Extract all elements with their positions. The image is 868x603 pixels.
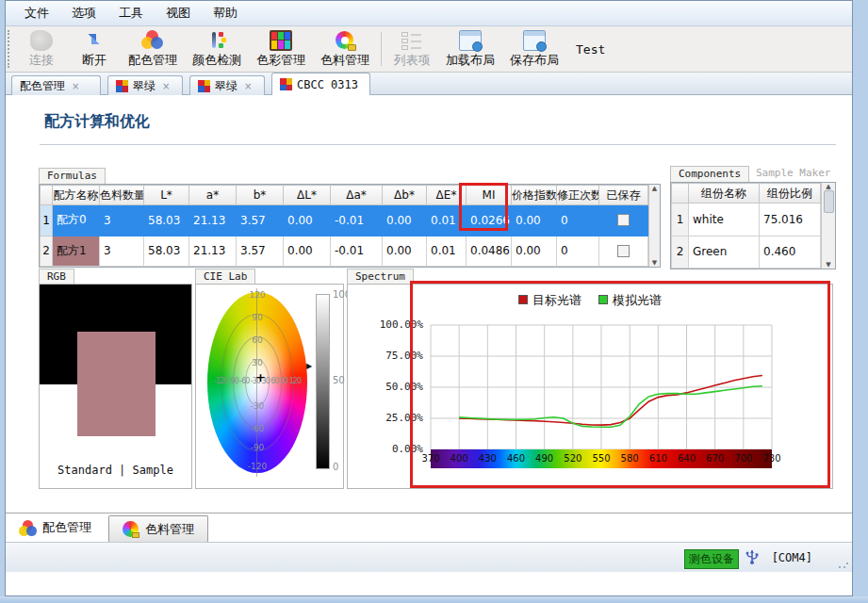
- menu-file[interactable]: 文件: [13, 1, 60, 25]
- formula-row-1[interactable]: 2 配方1 3 58.03 21.13 3.57 0.00 -0.01 0.00…: [41, 236, 648, 266]
- lab-axis-label: -90: [196, 443, 319, 452]
- load-layout-button[interactable]: 加载布局: [438, 26, 502, 72]
- bottom-tab-colorant-manage[interactable]: 色料管理: [108, 515, 208, 542]
- tab-cbcc-0313[interactable]: CBCC 0313: [271, 73, 370, 95]
- toolbar-grip[interactable]: [8, 30, 13, 68]
- scroll-up-icon[interactable]: ▲: [652, 185, 657, 192]
- scroll-up-icon[interactable]: ▲: [826, 183, 830, 190]
- tab-cuilv-1[interactable]: 翠绿 ×: [107, 75, 183, 95]
- components-header-row: 组份名称 组份比例: [672, 184, 821, 204]
- formulas-header-row: 配方名称 色料数量 L* a* b* ΔL* Δa* Δb* ΔE* MI 价格…: [41, 186, 648, 205]
- color-match-icon: [141, 30, 164, 51]
- formula-row-0[interactable]: 1 配方0 3 58.03 21.13 3.57 0.00 -0.01 0.00…: [41, 205, 648, 236]
- col-header-dE[interactable]: ΔE*: [427, 186, 467, 205]
- wavelength-tick: 580: [621, 453, 639, 464]
- disconnect-button[interactable]: 断开: [68, 26, 121, 72]
- row-number: 2: [41, 236, 53, 266]
- component-row-1[interactable]: 2 Green 0.460: [672, 236, 821, 268]
- formula-name-cell: 配方1: [53, 236, 100, 266]
- color-match-label: 配色管理: [128, 52, 177, 69]
- menu-help[interactable]: 帮助: [202, 1, 249, 25]
- status-bar: 测色设备 [COM4]: [6, 542, 852, 572]
- menu-view[interactable]: 视图: [155, 1, 202, 25]
- col-header-da[interactable]: Δa*: [331, 186, 383, 205]
- connect-button[interactable]: 连接: [15, 26, 68, 72]
- list-items-button[interactable]: 列表项: [385, 26, 438, 72]
- tab-cuilv-2[interactable]: 翠绿 ×: [189, 75, 265, 95]
- cell-colorant-count: 3: [100, 236, 144, 266]
- cell-da: -0.01: [331, 205, 383, 236]
- scroll-down-icon[interactable]: ▼: [652, 259, 657, 267]
- cell-L: 58.03: [144, 236, 189, 266]
- toolbar: 连接 断开 配色管理 颜色检测 色彩管理 色料管理 列表项 加载布局: [6, 26, 852, 73]
- close-icon[interactable]: ×: [72, 81, 79, 91]
- sample-maker-panel-tab[interactable]: Sample Maker: [748, 166, 838, 182]
- tab-color-match[interactable]: 配色管理 ×: [11, 75, 101, 95]
- cielab-panel-tab[interactable]: CIE Lab: [195, 269, 255, 285]
- bottom-tab-color-match[interactable]: 配色管理: [6, 513, 105, 542]
- cell-colorant-count: 3: [100, 205, 144, 236]
- saved-checkbox[interactable]: [617, 245, 630, 257]
- col-header-price-index[interactable]: 价格指数: [512, 186, 557, 205]
- formulas-panel-tab[interactable]: Formulas: [39, 168, 106, 184]
- close-icon[interactable]: ×: [162, 81, 170, 91]
- colorant-manage-label: 色料管理: [320, 52, 369, 69]
- colorant-manage-icon: [334, 30, 356, 51]
- colorant-manage-button[interactable]: 色料管理: [313, 26, 377, 72]
- col-header-a[interactable]: a*: [189, 186, 237, 205]
- menu-options[interactable]: 选项: [60, 1, 107, 25]
- color-detect-button[interactable]: 颜色检测: [185, 26, 249, 72]
- component-ratio-cell: 75.016: [760, 204, 821, 236]
- col-header-L[interactable]: L*: [144, 186, 189, 205]
- lightness-bar[interactable]: [316, 294, 330, 469]
- col-header-name[interactable]: 配方名称: [53, 186, 100, 205]
- components-panel-tab[interactable]: Components: [670, 166, 749, 182]
- lab-sample-marker: +: [255, 370, 266, 384]
- color-match-manage-button[interactable]: 配色管理: [121, 26, 185, 72]
- cell-db: 0.00: [383, 236, 427, 266]
- com-port-label: [COM4]: [772, 551, 812, 564]
- cell-MI: 0.0486: [467, 236, 512, 266]
- col-header-component-name[interactable]: 组份名称: [689, 184, 760, 204]
- tab-label: 翠绿: [215, 78, 237, 94]
- component-row-0[interactable]: 1 white 75.016: [672, 204, 821, 236]
- col-header-component-ratio[interactable]: 组份比例: [760, 184, 821, 204]
- sample-color-swatch: [77, 332, 156, 436]
- formulas-scrollbar[interactable]: ▲▼: [648, 185, 660, 267]
- components-scrollbar[interactable]: ▲▼: [821, 183, 835, 269]
- rgb-panel-tab[interactable]: RGB: [39, 269, 74, 285]
- col-header-saved[interactable]: 已保存: [599, 186, 648, 205]
- col-header-db[interactable]: Δb*: [383, 186, 427, 205]
- close-icon[interactable]: ×: [244, 81, 252, 91]
- col-header-correction-count[interactable]: 修正次数: [557, 186, 599, 205]
- cielab-panel: 120 90 60 30 -30 -60 -90 -120 -120 -90 -…: [195, 284, 344, 489]
- col-header-b[interactable]: b*: [237, 186, 284, 205]
- wavelength-tick: 490: [535, 453, 553, 464]
- col-header-colorant-count[interactable]: 色料数量: [100, 186, 144, 205]
- cell-dE: 0.01: [427, 205, 467, 236]
- document-tab-strip: 配色管理 × 翠绿 × 翠绿 × CBCC 0313: [6, 73, 852, 95]
- color-manage-button[interactable]: 色彩管理: [249, 26, 313, 72]
- row-number: 2: [672, 236, 689, 268]
- col-header-dL[interactable]: ΔL*: [284, 186, 331, 205]
- cell-b: 3.57: [237, 205, 284, 236]
- device-status-badge: 测色设备: [684, 549, 739, 569]
- cell-dE: 0.01: [427, 236, 467, 266]
- resize-grip[interactable]: [838, 558, 849, 569]
- usb-icon: [745, 548, 760, 565]
- components-table: 组份名称 组份比例 1 white 75.016 2 Green 0.460 ▲…: [670, 182, 836, 269]
- wavelength-tick: 670: [706, 453, 724, 464]
- saved-checkbox[interactable]: [617, 214, 630, 226]
- bottom-tab-label: 色料管理: [145, 521, 194, 538]
- colorant-manage-icon: [123, 521, 139, 537]
- corner-header: [672, 184, 689, 204]
- tab-label: CBCC 0313: [297, 78, 358, 91]
- load-layout-label: 加载布局: [446, 52, 495, 69]
- menu-tools[interactable]: 工具: [107, 1, 155, 25]
- scroll-down-icon[interactable]: ▼: [826, 261, 830, 269]
- save-layout-button[interactable]: 保存布局: [502, 26, 566, 72]
- list-items-label: 列表项: [394, 52, 431, 69]
- scroll-thumb[interactable]: [824, 190, 834, 213]
- col-header-MI[interactable]: MI: [467, 186, 512, 205]
- spectrum-panel-tab[interactable]: Spectrum: [347, 269, 414, 285]
